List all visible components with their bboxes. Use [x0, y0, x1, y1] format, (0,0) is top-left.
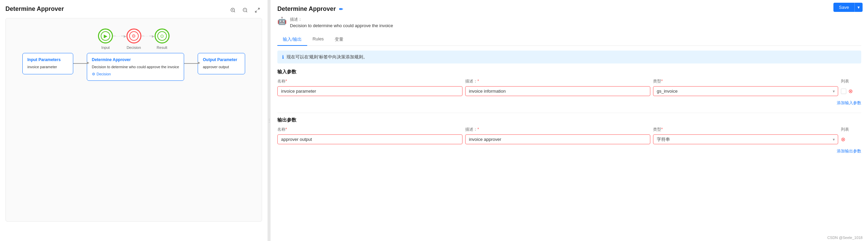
- gear-icon-small: ⚙: [92, 72, 95, 76]
- arrow-line-1: [73, 63, 87, 64]
- output-name-field[interactable]: [277, 134, 462, 144]
- footer: CSDN @Seele_1018: [822, 234, 868, 241]
- output-row-actions: ⊗: [841, 136, 861, 143]
- flow-node-decision: ⚙ Decision: [126, 29, 141, 50]
- flow-box-input-content: invoice parameter: [27, 64, 68, 70]
- zoom-out-icon[interactable]: [240, 5, 250, 15]
- drag-handle[interactable]: ⋮: [268, 0, 271, 241]
- add-output-param-link[interactable]: 添加输出参数: [277, 147, 861, 155]
- right-panel-title-row: Determine Approver ✏: [277, 5, 343, 13]
- output-header-description: 描述：*: [465, 127, 650, 132]
- main-layout: Determine Approver: [0, 0, 868, 241]
- flow-box-decision: Determine Approver Decision to determine…: [87, 53, 184, 81]
- left-toolbar: [228, 5, 262, 15]
- fullscreen-icon[interactable]: [253, 5, 262, 15]
- flow-top-nodes: ▶ Input ··· ▶ ⚙ Decision: [6, 18, 262, 53]
- flow-box-input: Input Parameters invoice parameter: [22, 53, 73, 74]
- svg-line-5: [246, 11, 247, 12]
- tabs-row: 输入/输出 Rules 变量: [277, 34, 861, 46]
- description-content: 描述： Decision to determine who could appr…: [290, 17, 393, 28]
- output-header-list: 列表: [841, 127, 861, 132]
- robot-icon: 🤖: [277, 17, 287, 25]
- left-panel-title: Determine Approver: [5, 5, 262, 13]
- decision-circle-inner: ⚙: [129, 31, 139, 41]
- right-panel-title: Determine Approver: [277, 5, 336, 13]
- flow-box-decision-icon-label: Decision: [97, 72, 111, 76]
- box-connector-2: [184, 53, 198, 64]
- output-table-header: 名称* 描述：* 类型* 列表: [277, 127, 861, 132]
- input-circle: ▶: [98, 29, 113, 43]
- output-type-select-wrapper: 字符串: [653, 134, 838, 144]
- input-node-label: Input: [101, 45, 110, 50]
- flow-box-input-title: Input Parameters: [27, 57, 68, 62]
- flow-box-output: Output Parameter approver output: [198, 53, 245, 74]
- flow-box-output-title: Output Parameter: [203, 57, 240, 62]
- tab-variables[interactable]: 变量: [329, 34, 349, 46]
- connector-1: ··· ▶: [113, 34, 126, 38]
- input-description-field[interactable]: [465, 86, 650, 96]
- flowchart-area: ▶ Input ··· ▶ ⚙ Decision: [5, 18, 262, 222]
- input-type-select[interactable]: gs_invoice: [653, 86, 838, 96]
- top-bar: Save ▾: [828, 0, 868, 15]
- right-panel-header: Determine Approver ✏ ⤢ ✕: [277, 5, 861, 13]
- input-header-list: 列表: [841, 78, 861, 84]
- tab-input-output[interactable]: 输入/输出: [277, 34, 307, 46]
- input-delete-icon[interactable]: ⊗: [848, 88, 853, 94]
- svg-line-8: [255, 11, 257, 12]
- result-circle: ⊙: [155, 29, 170, 43]
- flow-box-decision-content: Decision to determine who could approve …: [92, 64, 179, 70]
- result-node-label: Result: [157, 45, 167, 50]
- description-label: 描述：: [290, 17, 393, 22]
- flow-box-decision-title: Determine Approver: [92, 57, 179, 62]
- arrow-line-2: [184, 63, 198, 64]
- input-param-row: gs_invoice ⊗: [277, 86, 861, 96]
- flow-box-output-content: approver output: [203, 64, 240, 70]
- decision-node-label: Decision: [126, 45, 141, 50]
- flow-boxes: Input Parameters invoice parameter Deter…: [6, 53, 262, 81]
- left-panel: Determine Approver: [0, 0, 268, 241]
- input-header-description: 描述：*: [465, 78, 650, 84]
- info-banner-text: 现在可以在'规则'标签中向决策添加规则。: [287, 54, 368, 60]
- info-icon: ℹ: [282, 54, 284, 60]
- output-param-row: 字符串 ⊗: [277, 134, 861, 144]
- tab-rules[interactable]: Rules: [307, 34, 329, 46]
- output-description-field[interactable]: [465, 134, 650, 144]
- input-table-header: 名称* 描述：* 类型* 列表: [277, 78, 861, 84]
- description-row: 🤖 描述： Decision to determine who could ap…: [277, 17, 861, 28]
- flow-box-decision-icon: ⚙ Decision: [92, 72, 179, 76]
- input-name-field[interactable]: [277, 86, 462, 96]
- output-section: 输出参数 名称* 描述：* 类型* 列表 字符串: [277, 117, 861, 155]
- result-circle-inner: ⊙: [157, 31, 167, 41]
- input-circle-inner: ▶: [101, 31, 110, 41]
- add-input-param-link[interactable]: 添加输入参数: [277, 99, 861, 107]
- input-header-type: 类型*: [653, 78, 838, 84]
- input-header-name: 名称*: [277, 78, 462, 84]
- decision-circle: ⚙: [126, 29, 141, 43]
- input-row-actions: ⊗: [841, 88, 861, 94]
- save-button[interactable]: Save: [833, 3, 854, 12]
- input-type-select-wrapper: gs_invoice: [653, 86, 838, 96]
- info-banner: ℹ 现在可以在'规则'标签中向决策添加规则。: [277, 51, 861, 63]
- input-section-title: 输入参数: [277, 69, 861, 75]
- edit-title-icon[interactable]: ✏: [339, 6, 343, 12]
- section-divider: [277, 113, 861, 113]
- output-delete-icon[interactable]: ⊗: [841, 136, 845, 143]
- zoom-in-icon[interactable]: [228, 5, 238, 15]
- footer-text: CSDN @Seele_1018: [827, 236, 863, 240]
- svg-line-1: [234, 11, 235, 12]
- input-list-checkbox[interactable]: [841, 89, 846, 94]
- output-header-type: 类型*: [653, 127, 838, 132]
- right-panel: Determine Approver ✏ ⤢ ✕ 🤖 描述： Decision …: [271, 0, 868, 241]
- save-dropdown-button[interactable]: ▾: [854, 3, 863, 12]
- output-header-name: 名称*: [277, 127, 462, 132]
- description-text: Decision to determine who could approve …: [290, 23, 393, 28]
- output-section-title: 输出参数: [277, 117, 861, 123]
- flow-node-result: ⊙ Result: [155, 29, 170, 50]
- input-section: 输入参数 名称* 描述：* 类型* 列表 gs_invo: [277, 69, 861, 107]
- flow-node-input: ▶ Input: [98, 29, 113, 50]
- connector-2: ··· ▶: [141, 34, 155, 38]
- output-type-select[interactable]: 字符串: [653, 134, 838, 144]
- svg-line-7: [258, 8, 259, 10]
- box-connector-1: [73, 53, 87, 64]
